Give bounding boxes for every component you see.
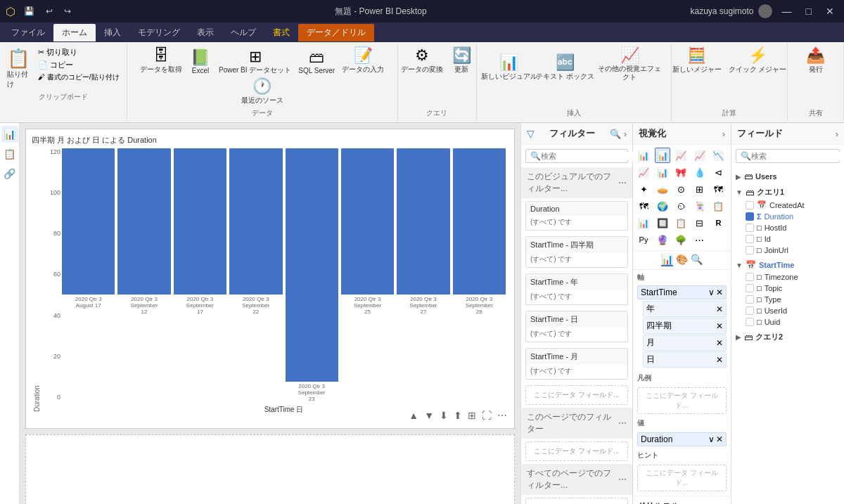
tab-help[interactable]: ヘルプ [222, 24, 264, 41]
excel-btn[interactable]: 📗 Excel [186, 49, 215, 76]
fields-search-input[interactable] [751, 152, 844, 160]
viz-area[interactable]: 📈 [636, 164, 651, 180]
quick-undo[interactable]: ↩ [46, 6, 53, 16]
filter-duration-header[interactable]: Duration [526, 202, 627, 216]
filter-starttime-quarter-header[interactable]: StartTime - 四半期 [526, 237, 627, 253]
filter-item-starttime-month[interactable]: StartTime - 月 (すべて) です [525, 348, 628, 380]
paste-btn[interactable]: 📋 貼り付け [4, 46, 32, 91]
filter-item-starttime-year[interactable]: StartTime - 年 (すべて) です [525, 273, 628, 305]
bar-2[interactable] [117, 148, 170, 295]
bar-6[interactable] [341, 148, 394, 295]
viz-ribbon[interactable]: 🎀 [673, 164, 689, 180]
powerbi-dataset-btn[interactable]: ⊞ Power BI データセット [216, 48, 294, 76]
axis-day-remove[interactable]: ✕ [716, 355, 723, 365]
viz-decomp-tree[interactable]: 🌳 [673, 232, 689, 247]
viz-clustered-bar[interactable]: 📊 [655, 148, 670, 163]
viz-kpi[interactable]: 📊 [636, 215, 651, 231]
more-visuals-btn[interactable]: 📈 その他の視覚エフェクト [594, 46, 666, 83]
filters-search-input[interactable] [541, 152, 638, 160]
viz-ai-insights[interactable]: 🔮 [655, 232, 670, 247]
close-btn[interactable]: ✕ [821, 4, 838, 18]
type-checkbox[interactable] [746, 295, 754, 304]
viz-map[interactable]: 🗺 [710, 181, 726, 197]
this-visual-more-icon[interactable]: ⋯ [618, 178, 627, 188]
move-down-btn[interactable]: ▼ [423, 408, 435, 422]
filters-search-box[interactable]: 🔍 [525, 149, 628, 163]
viz-format-tab[interactable]: 🎨 [676, 254, 688, 266]
field-hostid[interactable]: □ HostId [734, 222, 841, 233]
fields-expand-icon[interactable]: › [836, 129, 838, 139]
enter-data-btn[interactable]: 📝 データの入力 [339, 46, 387, 76]
this-visual-add-field[interactable]: ここにデータ フィールド... [525, 385, 628, 405]
tab-modeling[interactable]: モデリング [129, 24, 188, 41]
value-duration-row[interactable]: Duration ∨ ✕ [637, 432, 727, 446]
viz-treemap[interactable]: ⊞ [692, 181, 708, 197]
more-btn[interactable]: ⋯ [496, 408, 509, 422]
viz-clustered-col[interactable]: 📈 [692, 148, 708, 163]
field-userid[interactable]: □ UserId [734, 305, 841, 316]
uuid-checkbox[interactable] [746, 318, 754, 326]
this-page-more-icon[interactable]: ⋯ [618, 418, 627, 428]
data-view-icon[interactable]: 📋 [1, 146, 18, 162]
report-view-icon[interactable]: 📊 [1, 126, 18, 143]
axis-year-row[interactable]: 年 ✕ [643, 301, 727, 317]
axis-quarter-remove[interactable]: ✕ [716, 321, 723, 331]
axis-year-remove[interactable]: ✕ [716, 304, 723, 314]
viz-analytics-tab[interactable]: 🔍 [691, 254, 703, 266]
tree-group-query2-header[interactable]: ▶ 🗃 クエリ2 [734, 330, 841, 344]
viz-expand-icon[interactable]: › [722, 129, 725, 139]
tab-data-drill[interactable]: データ／ドリル [298, 24, 374, 41]
timezone-checkbox[interactable] [746, 273, 754, 281]
bar-3[interactable] [174, 148, 226, 295]
this-page-add-field[interactable]: ここにデータ フィールド... [525, 441, 628, 461]
duration-checkbox[interactable] [746, 212, 754, 221]
viz-matrix[interactable]: ⊟ [692, 215, 708, 231]
bar-5[interactable] [286, 148, 338, 382]
expand-btn[interactable]: ⬇ [438, 408, 449, 422]
legend-add-field[interactable]: ここにデータ フィールド... [637, 387, 727, 414]
tree-group-starttime-header[interactable]: ▼ 📅 StartTime [734, 259, 841, 271]
axis-month-remove[interactable]: ✕ [716, 338, 723, 348]
model-view-icon[interactable]: 🔗 [1, 165, 18, 182]
field-duration[interactable]: Σ Duration [734, 211, 841, 222]
bar-7[interactable] [397, 148, 449, 295]
sql-btn[interactable]: 🗃 SQL Server [295, 49, 338, 76]
format-copy-btn[interactable]: 🖌 書式のコピー/貼り付け [35, 72, 122, 83]
get-data-btn[interactable]: 🗄 データを取得 [137, 46, 185, 76]
axis-month-row[interactable]: 月 ✕ [643, 335, 727, 351]
tab-view[interactable]: 表示 [188, 24, 222, 41]
field-topic[interactable]: □ Topic [734, 283, 841, 294]
viz-card[interactable]: 🃏 [692, 198, 708, 214]
bar-4[interactable] [229, 148, 282, 295]
bar-8[interactable] [453, 148, 506, 295]
field-createdat[interactable]: 📅 CreatedAt [734, 199, 841, 211]
transform-data-btn[interactable]: ⚙ データの変換 [398, 46, 446, 76]
new-measure-btn[interactable]: 🧮 新しいメジャー [670, 46, 724, 76]
hostid-checkbox[interactable] [746, 224, 754, 232]
filters-expand-icon[interactable]: › [624, 129, 627, 139]
filter-item-starttime-quarter[interactable]: StartTime - 四半期 (すべて) です [525, 236, 628, 268]
viz-scatter[interactable]: ✦ [636, 181, 651, 197]
axis-quarter-row[interactable]: 四半期 ✕ [643, 318, 727, 334]
hint-add-field[interactable]: ここにデータ フィールド... [637, 465, 727, 491]
value-remove-icon[interactable]: ✕ [716, 434, 723, 444]
tab-insert[interactable]: 挿入 [96, 24, 129, 41]
recent-btn[interactable]: 🕐 最近のソース [238, 77, 286, 107]
userid-checkbox[interactable] [746, 306, 754, 315]
copy-btn[interactable]: 📄 コピー [35, 59, 122, 71]
move-up-btn[interactable]: ▲ [407, 408, 420, 422]
createdat-checkbox[interactable] [746, 201, 754, 209]
joinurl-checkbox[interactable] [746, 246, 754, 254]
viz-slicer[interactable]: 🔲 [655, 215, 670, 231]
viz-pie[interactable]: 🥧 [655, 181, 670, 197]
quick-save[interactable]: 💾 [24, 6, 34, 16]
axis-day-row[interactable]: 日 ✕ [643, 351, 727, 368]
viz-more[interactable]: ⋯ [692, 232, 708, 247]
value-expand-icon[interactable]: ∨ [708, 434, 715, 444]
chart-container[interactable]: 四半期 月 および 日 による Duration Duration 120 10… [25, 129, 515, 429]
filter-item-starttime-day[interactable]: StartTime - 日 (すべて) です [525, 311, 628, 342]
tree-group-users-header[interactable]: ▶ 🗃 Users [734, 170, 841, 183]
tab-file[interactable]: ファイル [3, 24, 53, 41]
viz-python[interactable]: Py [636, 232, 651, 247]
collapse-btn[interactable]: ⬆ [452, 408, 463, 422]
